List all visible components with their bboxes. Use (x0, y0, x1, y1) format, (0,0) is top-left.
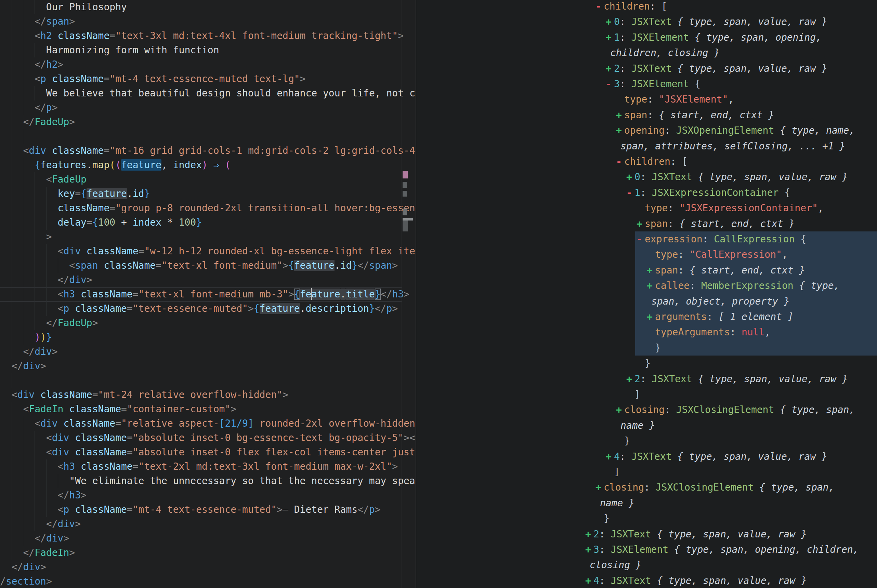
ast-node-row[interactable]: ] (614, 464, 620, 480)
expand-icon[interactable]: + (606, 61, 614, 76)
code-line[interactable]: </h3> (0, 488, 87, 502)
ast-node-row[interactable]: -1: JSXExpressionContainer { (626, 185, 790, 201)
code-line[interactable]: </FadeIn> (0, 546, 75, 560)
expand-icon[interactable]: + (616, 107, 624, 123)
code-line[interactable]: <div className="mt-24 relative overflow-… (0, 388, 288, 402)
ast-node-row[interactable]: +2: JSXText { type, span, value, raw } (585, 526, 807, 542)
code-line[interactable]: className="group p-8 rounded-2xl transit… (0, 201, 415, 215)
ast-node-row[interactable]: -children: [ (616, 154, 688, 170)
ast-node-row[interactable]: } (624, 433, 630, 449)
code-line[interactable]: </div> (0, 273, 92, 287)
ast-node-row[interactable]: +1: JSXElement { type, span, opening, (606, 30, 821, 45)
expand-icon[interactable]: + (626, 371, 634, 387)
collapse-icon[interactable]: - (596, 0, 604, 14)
ast-node-row[interactable]: +callee: MemberExpression { type, (647, 278, 839, 294)
code-line[interactable]: <h3 className="text-xl font-medium mb-3"… (0, 287, 409, 302)
code-line[interactable]: </FadeUp> (0, 115, 75, 129)
collapse-icon[interactable]: - (626, 185, 634, 201)
code-line[interactable]: > (0, 230, 52, 244)
expand-icon[interactable]: + (647, 278, 655, 294)
code-line[interactable]: <span className="text-xl font-medium">{f… (0, 258, 398, 273)
code-line[interactable] (0, 129, 35, 144)
ast-node-row[interactable]: +span: { start, end, ctxt } (637, 216, 794, 232)
code-line[interactable]: </h2> (0, 57, 63, 72)
ast-node-row[interactable]: span, attributes, selfClosing, ... +1 } (620, 138, 845, 154)
ast-node-row[interactable]: children, closing } (610, 45, 720, 61)
code-line[interactable]: <FadeUp (0, 172, 87, 187)
ast-node-row[interactable]: } (604, 511, 610, 526)
code-line[interactable]: </div> (0, 517, 81, 531)
ast-node-row[interactable]: span, object, property } (651, 294, 790, 309)
expand-icon[interactable]: + (637, 216, 645, 232)
code-line[interactable]: </div> (0, 345, 58, 359)
code-line[interactable]: Harmonizing form with function (0, 43, 219, 57)
code-line[interactable]: </section> (0, 574, 52, 588)
expand-icon[interactable]: + (647, 309, 655, 325)
ast-node-row[interactable]: -3: JSXElement { (606, 76, 700, 92)
ast-node-row[interactable]: +2: JSXText { type, span, value, raw } (606, 61, 827, 76)
code-line[interactable]: <h3 className="text-2xl md:text-3xl font… (0, 459, 398, 474)
expand-icon[interactable]: + (616, 402, 624, 418)
code-line[interactable]: <div className="w-12 h-12 rounded-xl bg-… (0, 244, 415, 258)
code-line[interactable]: </p> (0, 100, 58, 115)
ast-node-row[interactable]: +closing: JSXClosingElement { type, span… (596, 480, 834, 495)
ast-tree-pane[interactable]: -children: [+0: JSXText { type, span, va… (416, 0, 877, 588)
expand-icon[interactable]: + (606, 14, 614, 30)
expand-icon[interactable]: + (585, 542, 593, 558)
code-line[interactable]: Our Philosophy (0, 0, 127, 14)
ast-node-row[interactable]: +0: JSXText { type, span, value, raw } (606, 14, 827, 30)
ast-node-row[interactable]: +2: JSXText { type, span, value, raw } (626, 371, 848, 387)
code-line[interactable]: delay={100 + index * 100} (0, 215, 202, 230)
ast-node-row[interactable]: +4: JSXText { type, span, value, raw } (606, 449, 827, 465)
ast-node-row[interactable]: ] (634, 387, 640, 402)
code-line[interactable]: <p className="mt-4 text-essence-muted">—… (0, 502, 381, 517)
code-line[interactable]: <div className="absolute inset-0 flex fl… (0, 445, 415, 459)
scrollbar-thumb[interactable] (402, 218, 413, 220)
code-line[interactable]: <div className="relative aspect-[21/9] r… (0, 416, 415, 431)
ast-node-row[interactable]: +arguments: [ 1 element ] (647, 309, 794, 325)
code-line[interactable]: <p className="mt-4 text-essence-muted te… (0, 72, 305, 86)
jsx-editor-pane[interactable]: Our Philosophy</span><h2 className="text… (0, 0, 416, 588)
code-line[interactable]: <div className="mt-16 grid grid-cols-1 m… (0, 144, 415, 158)
expand-icon[interactable]: + (626, 169, 634, 185)
ast-node-row[interactable]: +span: { start, end, ctxt } (616, 107, 774, 123)
code-line[interactable]: <p className="text-essence-muted">{featu… (0, 302, 398, 316)
code-line[interactable]: "We eliminate the unnecessary so that th… (0, 474, 416, 488)
code-line[interactable]: ))} (0, 330, 52, 345)
code-line[interactable]: </span> (0, 14, 75, 29)
ast-node-row[interactable]: name } (600, 495, 634, 511)
ast-node-row[interactable]: } (645, 356, 650, 371)
expand-icon[interactable]: + (596, 480, 604, 495)
expand-icon[interactable]: + (606, 449, 614, 465)
ast-node-row[interactable]: type: "JSXExpressionContainer", (645, 200, 824, 216)
ast-node-row[interactable]: } (655, 340, 661, 356)
code-line[interactable]: {features.map((feature, index) ⇒ ( (0, 158, 231, 172)
ast-node-row[interactable]: -children: [ (596, 0, 667, 14)
collapse-icon[interactable]: - (606, 76, 614, 92)
code-line[interactable]: </div> (0, 560, 46, 574)
code-line[interactable] (0, 373, 23, 388)
ast-node-row[interactable]: closing } (590, 557, 642, 573)
ast-node-row[interactable]: +opening: JSXOpeningElement { type, name… (616, 123, 855, 138)
code-line[interactable]: We believe that beautiful design should … (0, 86, 415, 100)
ast-node-row[interactable]: +span: { start, end, ctxt } (647, 262, 805, 278)
ast-node-row[interactable]: +3: JSXElement { type, span, opening, ch… (585, 542, 859, 558)
ast-node-row[interactable]: type: "CallExpression", (655, 247, 788, 262)
ast-node-row[interactable]: -expression: CallExpression { (637, 231, 806, 247)
ast-node-row[interactable]: typeArguments: null, (655, 324, 770, 340)
ast-node-row[interactable]: name } (620, 418, 655, 434)
expand-icon[interactable]: + (616, 123, 624, 138)
code-line[interactable]: <h2 className="text-3xl md:text-4xl font… (0, 29, 404, 43)
code-line[interactable]: </div> (0, 359, 46, 373)
code-line[interactable]: </FadeUp> (0, 316, 98, 330)
code-line[interactable]: </div> (0, 531, 69, 546)
expand-icon[interactable]: + (585, 526, 593, 542)
expand-icon[interactable]: + (647, 262, 655, 278)
collapse-icon[interactable]: - (616, 154, 624, 170)
ast-node-row[interactable]: +4: JSXText { type, span, value, raw } (585, 573, 807, 588)
collapse-icon[interactable]: - (637, 231, 645, 247)
scrollbar-thumb[interactable] (402, 220, 408, 231)
code-line[interactable]: key={feature.id} (0, 187, 150, 201)
expand-icon[interactable]: + (585, 573, 593, 588)
expand-icon[interactable]: + (606, 30, 614, 45)
